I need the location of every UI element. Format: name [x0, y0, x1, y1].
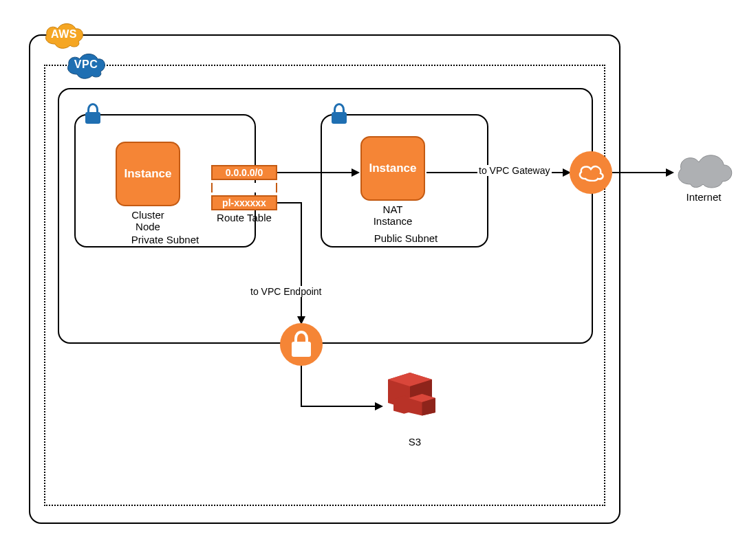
vpc-endpoint	[280, 323, 323, 366]
cluster-node-caption: Cluster Node	[116, 209, 180, 233]
arrow-route-to-nat	[277, 172, 353, 173]
arrow-route-to-endpoint-v	[301, 202, 302, 318]
cluster-node-instance: Instance	[116, 142, 180, 206]
edge-label-to-gateway: to VPC Gateway	[477, 165, 552, 176]
nat-instance: Instance	[360, 136, 425, 201]
s3-service	[384, 368, 446, 434]
public-subnet-label: Public Subnet	[351, 232, 461, 244]
vpc-badge-label: VPC	[63, 50, 109, 80]
lock-icon	[294, 331, 308, 342]
arrow-route-to-endpoint-h	[277, 202, 302, 204]
internet-label: Internet	[673, 191, 735, 203]
arrow-endpoint-to-s3-v	[301, 366, 302, 407]
arrow-endpoint-to-s3-h	[301, 406, 376, 407]
arrow-head-icon	[352, 168, 360, 177]
aws-badge-label: AWS	[41, 19, 87, 50]
route-entry-text: pl-xxxxxx	[222, 197, 266, 208]
arrow-head-icon	[375, 402, 383, 410]
route-table-label: Route Table	[211, 212, 277, 223]
s3-label: S3	[384, 436, 446, 448]
arrow-gateway-to-internet	[612, 172, 667, 173]
lock-icon	[329, 103, 349, 124]
route-entry-text: 0.0.0.0/0	[226, 167, 263, 178]
aws-vpc-diagram: AWS VPC Instance Cluster Node Private Su…	[0, 0, 756, 550]
internet-cloud	[673, 150, 735, 190]
vpc-internet-gateway	[570, 151, 612, 194]
route-entry-prefixlist: pl-xxxxxx	[211, 195, 277, 210]
private-subnet-label: Private Subnet	[103, 234, 227, 245]
aws-cloud-badge: AWS	[41, 19, 87, 50]
route-entry-default: 0.0.0.0/0	[211, 165, 277, 180]
route-table-spacer	[211, 183, 277, 192]
edge-label-to-endpoint: to VPC Endpoint	[249, 286, 323, 297]
vpc-cloud-badge: VPC	[63, 50, 109, 80]
lock-icon	[83, 103, 103, 124]
cloud-icon	[577, 164, 605, 182]
cloud-icon	[673, 150, 735, 190]
nat-instance-caption: NAT Instance	[360, 204, 425, 228]
lock-icon	[292, 342, 311, 357]
instance-tile-label: Instance	[369, 162, 417, 175]
instance-tile-label: Instance	[125, 167, 172, 181]
s3-icon	[384, 368, 446, 434]
